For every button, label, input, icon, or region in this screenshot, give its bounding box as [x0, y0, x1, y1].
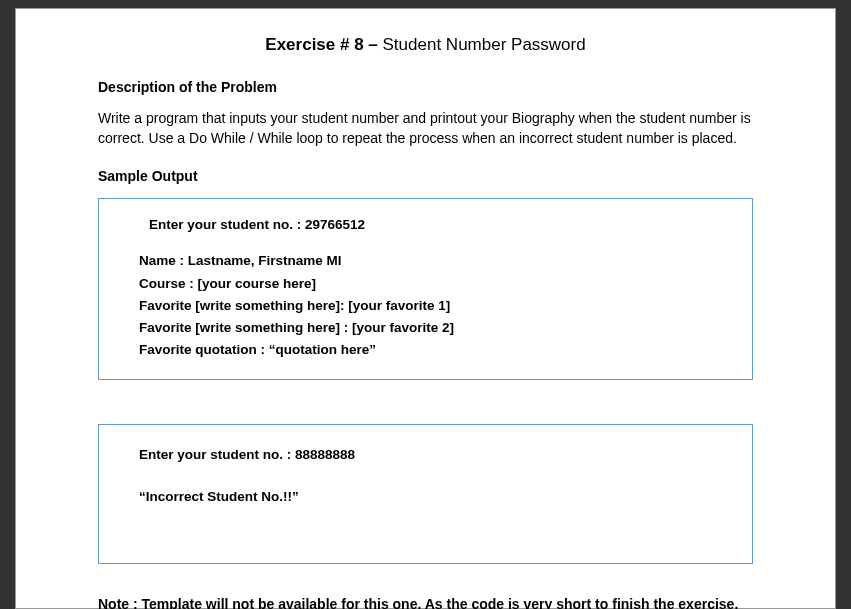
output2-prompt: Enter your student no. : 88888888	[139, 445, 724, 465]
description-body: Write a program that inputs your student…	[98, 109, 753, 148]
output1-line: Course : [your course here]	[139, 274, 724, 294]
output1-line: Favorite [write something here]: [your f…	[139, 296, 724, 316]
output1-prompt: Enter your student no. : 29766512	[149, 215, 724, 235]
document-page: Exercise # 8 – Student Number Password D…	[15, 8, 836, 609]
sample-output-box-1: Enter your student no. : 29766512 Name :…	[98, 198, 753, 380]
sample-output-box-2: Enter your student no. : 88888888 “Incor…	[98, 424, 753, 564]
description-heading: Description of the Problem	[98, 79, 753, 95]
title-normal-part: Student Number Password	[383, 35, 586, 54]
note-text: Note : Template will not be available fo…	[98, 596, 753, 609]
exercise-title: Exercise # 8 – Student Number Password	[98, 35, 753, 55]
title-bold-part: Exercise # 8 –	[265, 35, 382, 54]
output1-line: Favorite [write something here] : [your …	[139, 318, 724, 338]
output2-message: “Incorrect Student No.!!”	[139, 487, 724, 507]
output1-line: Name : Lastname, Firstname MI	[139, 251, 724, 271]
output1-line: Favorite quotation : “quotation here”	[139, 340, 724, 360]
sample-output-heading: Sample Output	[98, 168, 753, 184]
